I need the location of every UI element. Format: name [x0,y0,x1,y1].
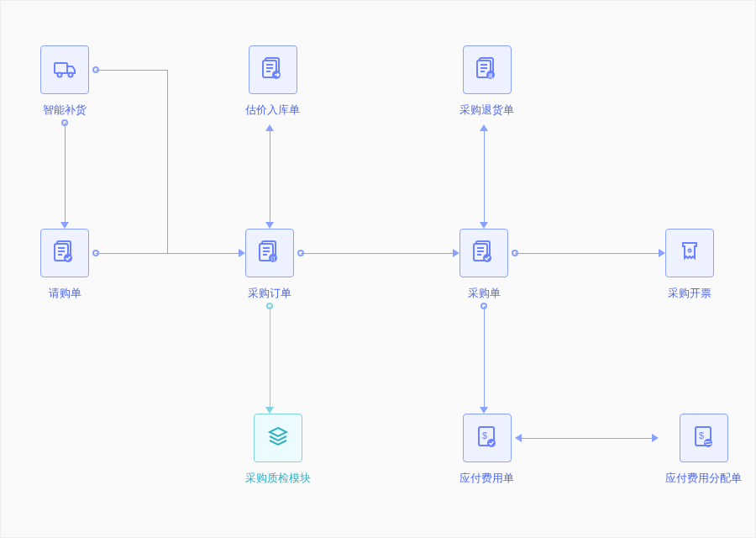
svg-text:$: $ [481,430,486,440]
svg-text:$: $ [698,430,703,440]
node-label: 采购单 [468,286,501,301]
doc-arrow-icon [260,55,286,85]
node-purchase-slip[interactable]: 采购单 [459,229,508,301]
node-label: 智能补货 [43,103,87,118]
svg-point-7 [69,73,73,77]
node-payable[interactable]: $ 应付费用单 [459,414,514,486]
svg-rect-5 [55,63,67,73]
node-purchase-return[interactable]: 退 采购退货单 [459,45,514,118]
doc-check-icon [51,238,78,268]
node-payable-alloc[interactable]: $ 应付费用分配单 [665,414,742,486]
node-purchase-order[interactable]: 订 采购订单 [245,229,294,301]
node-purchase-request[interactable]: 请购单 [40,229,89,301]
node-label: 采购订单 [248,286,291,301]
doc-order-icon: 订 [256,238,283,268]
svg-point-21 [704,439,712,447]
node-label: 应付费用分配单 [665,471,742,486]
node-label: 请购单 [49,286,81,301]
node-qc-module[interactable]: 采购质检模块 [245,414,311,486]
doc-check-icon [470,238,497,268]
doc-money-icon: $ [474,423,501,453]
node-estimate-inbound[interactable]: 估价入库单 [245,45,300,118]
svg-point-6 [58,73,62,77]
doc-swap-icon: $ [690,423,717,453]
receipt-icon [676,238,703,268]
node-label: 采购开票 [668,286,711,301]
node-label: 估价入库单 [245,103,300,118]
node-invoice[interactable]: 采购开票 [665,229,714,301]
truck-icon [51,55,78,85]
layers-icon [265,423,291,453]
svg-text:订: 订 [270,256,276,261]
node-label: 采购质检模块 [245,471,311,486]
doc-return-icon: 退 [474,55,501,85]
svg-text:退: 退 [488,73,493,78]
diagram-canvas: 智能补货 估价入库单 退 采购退货单 请购单 订 采购订单 采购单 采购开票 采… [1,1,755,537]
node-label: 应付费用单 [459,471,514,486]
node-smart-restock[interactable]: 智能补货 [40,45,89,118]
node-label: 采购退货单 [459,103,514,118]
